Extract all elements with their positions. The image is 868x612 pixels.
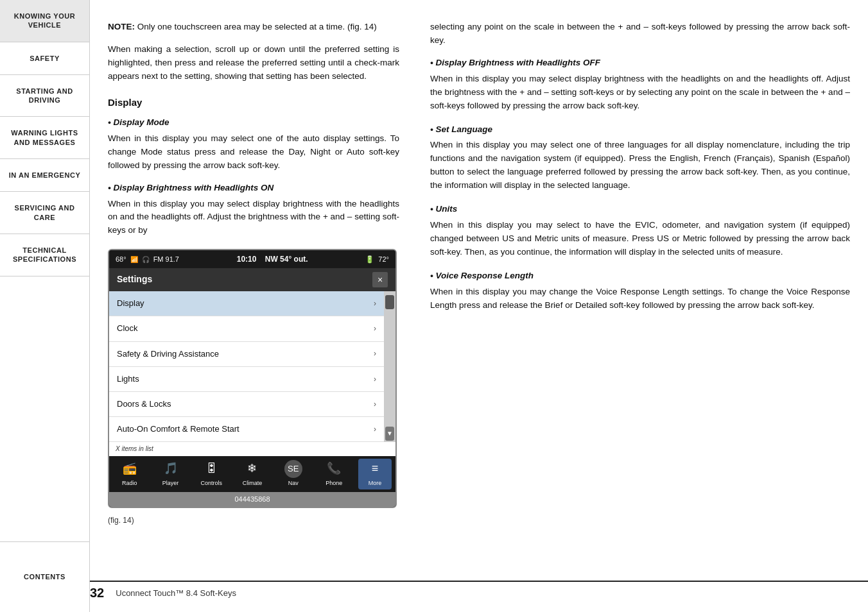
- right-section1-body: When in this display you may select disp…: [430, 72, 850, 113]
- right-column: selecting any point on the scale in betw…: [417, 0, 868, 612]
- menu-items-col: Display › Clock › Safety & Driving Assis…: [109, 291, 384, 442]
- note-label: NOTE:: [108, 22, 135, 31]
- sidebar-item-warning-lights-and-messages[interactable]: WARNING LIGHTS AND MESSAGES: [0, 117, 89, 159]
- chevron-icon: ›: [374, 298, 376, 310]
- right-intro-para: selecting any point on the scale in betw…: [430, 21, 850, 47]
- screen-temp2: 72°: [378, 254, 389, 265]
- page-footer-title: Uconnect Touch™ 8.4 Soft-Keys: [116, 588, 236, 598]
- chevron-icon: ›: [374, 373, 376, 386]
- menu-item-auto-on-label: Auto-On Comfort & Remote Start: [117, 423, 239, 436]
- nav-label: Nav: [288, 479, 299, 488]
- menu-item-clock-label: Clock: [117, 322, 138, 335]
- bottom-btn-nav[interactable]: SE Nav: [277, 460, 310, 488]
- left-column: NOTE: Only one touchscreen area may be s…: [90, 0, 417, 612]
- screen-items-count: X items in list: [109, 442, 395, 456]
- phone-label: Phone: [326, 479, 342, 488]
- player-icon: 🎵: [162, 460, 180, 478]
- menu-item-lights[interactable]: Lights ›: [109, 367, 384, 392]
- note-text: Only one touchscreen area may be selecte…: [137, 22, 377, 31]
- right-section2-body: When in this display you may select one …: [430, 139, 850, 192]
- screen-temp: 68°: [116, 254, 126, 265]
- page-footer: 32 Uconnect Touch™ 8.4 Soft-Keys: [90, 581, 868, 600]
- screen-menu: Display › Clock › Safety & Driving Assis…: [109, 291, 395, 442]
- screen-headphone-icon: 🎧: [142, 255, 150, 265]
- menu-item-safety[interactable]: Safety & Driving Assistance ›: [109, 342, 384, 367]
- climate-label: Climate: [243, 479, 263, 488]
- menu-item-safety-label: Safety & Driving Assistance: [117, 348, 219, 361]
- nav-icon: SE: [284, 460, 302, 478]
- chevron-icon: ›: [374, 323, 376, 335]
- more-icon: ≡: [366, 460, 384, 478]
- screen-mockup: 68° 📶 🎧 FM 91.7 10:10 NW 54° out. 🔋 72°: [108, 249, 397, 507]
- sidebar-item-contents[interactable]: CONTENTS: [0, 541, 89, 612]
- menu-item-clock[interactable]: Clock ›: [109, 316, 384, 341]
- chevron-icon: ›: [374, 423, 376, 436]
- screen-status-bar: 68° 📶 🎧 FM 91.7 10:10 NW 54° out. 🔋 72°: [109, 250, 395, 268]
- display-heading: Display: [108, 95, 399, 110]
- main-content: NOTE: Only one touchscreen area may be s…: [90, 0, 868, 612]
- bottom-btn-phone[interactable]: 📞 Phone: [317, 460, 351, 488]
- bottom-btn-more[interactable]: ≡ More: [358, 459, 392, 489]
- bottom-btn-controls[interactable]: 🎛 Controls: [195, 460, 228, 488]
- screen-header: Settings ×: [109, 268, 395, 291]
- sidebar-item-safety[interactable]: SAFETY: [0, 42, 89, 75]
- section2-title: Display Brightness with Headlights ON: [108, 182, 399, 195]
- scroll-down-btn[interactable]: ▼: [385, 427, 394, 441]
- menu-item-doors-label: Doors & Locks: [117, 398, 171, 411]
- status-left: 68° 📶 🎧 FM 91.7: [116, 254, 179, 265]
- more-label: More: [369, 479, 382, 488]
- bottom-btn-radio[interactable]: 📻 Radio: [113, 460, 146, 488]
- fig-caption: (fig. 14): [108, 514, 399, 527]
- menu-item-display[interactable]: Display ›: [109, 291, 384, 316]
- right-section3-body: When in this display you may select to h…: [430, 219, 850, 259]
- screen-time: 10:10 NW 54° out.: [237, 253, 308, 266]
- bottom-btn-climate[interactable]: ❄ Climate: [236, 460, 269, 488]
- screen-phone-number: 044435868: [109, 492, 395, 507]
- radio-label: Radio: [122, 479, 137, 488]
- sidebar-item-servicing-and-care[interactable]: SERVICING AND CARE: [0, 192, 89, 234]
- menu-item-lights-label: Lights: [117, 373, 139, 386]
- right-section4-title: Voice Response Length: [430, 269, 850, 283]
- climate-icon: ❄: [243, 460, 261, 478]
- sidebar-item-in-an-emergency[interactable]: IN AN EMERGENCY: [0, 159, 89, 192]
- note-block: NOTE: Only one touchscreen area may be s…: [108, 21, 399, 34]
- screen-signal-icon: 📶: [130, 255, 138, 265]
- right-section3-title: Units: [430, 203, 850, 216]
- note-para2: When making a selection, scroll up or do…: [108, 43, 399, 83]
- right-section1-title: Display Brightness with Headlights OFF: [430, 56, 850, 70]
- screen-radio: FM 91.7: [153, 254, 179, 265]
- phone-number-text: 044435868: [234, 495, 270, 503]
- menu-item-auto-on[interactable]: Auto-On Comfort & Remote Start ›: [109, 417, 384, 442]
- section1-title: Display Mode: [108, 116, 399, 130]
- menu-item-doors[interactable]: Doors & Locks ›: [109, 392, 384, 417]
- screen-close-button[interactable]: ×: [372, 272, 388, 287]
- phone-icon: 📞: [325, 460, 343, 478]
- page-number: 32: [90, 586, 104, 600]
- chevron-icon: ›: [374, 398, 376, 411]
- screen-header-label: Settings: [117, 273, 152, 287]
- sidebar-item-starting-and-driving[interactable]: STARTING AND DRIVING: [0, 75, 89, 117]
- chevron-icon: ›: [374, 348, 376, 360]
- section2-body: When in this display you may select disp…: [108, 198, 399, 238]
- screen-battery-icon: 🔋: [365, 254, 374, 265]
- section1-body: When in this display you may select one …: [108, 132, 399, 173]
- sidebar: KNOWING YOUR VEHICLE SAFETY STARTING AND…: [0, 0, 90, 612]
- sidebar-item-technical-specifications[interactable]: TECHNICAL SPECIFICATIONS: [0, 234, 89, 276]
- right-section4-body: When in this display you may change the …: [430, 285, 850, 312]
- radio-icon: 📻: [121, 460, 139, 478]
- status-right: 🔋 72°: [365, 254, 389, 265]
- sidebar-item-knowing-your-vehicle[interactable]: KNOWING YOUR VEHICLE: [0, 0, 89, 42]
- scroll-thumb[interactable]: [385, 295, 394, 309]
- right-section2-title: Set Language: [430, 123, 850, 137]
- bottom-btn-player[interactable]: 🎵 Player: [154, 460, 187, 488]
- controls-icon: 🎛: [202, 460, 220, 478]
- screen-bottom-bar: 📻 Radio 🎵 Player 🎛 Controls ❄ Climate SE: [109, 456, 395, 492]
- scrollbar[interactable]: ▼: [384, 291, 395, 442]
- controls-label: Controls: [200, 479, 222, 488]
- menu-item-display-label: Display: [117, 297, 144, 310]
- player-label: Player: [162, 479, 179, 488]
